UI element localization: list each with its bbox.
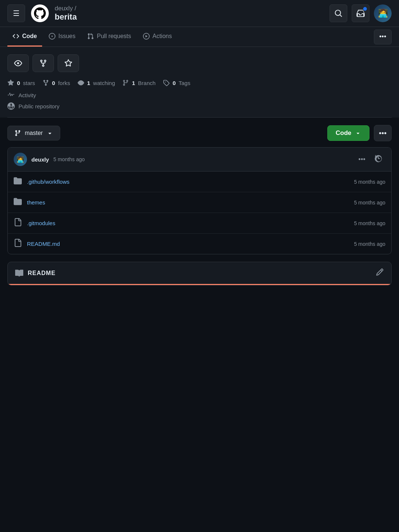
commit-avatar[interactable]: 🧑‍💻 (14, 153, 27, 166)
hamburger-button[interactable]: ☰ (7, 4, 25, 22)
file-icon-svg (14, 218, 22, 226)
branch-btn-icon (14, 130, 21, 136)
public-repo-meta: Public repository (7, 102, 392, 110)
fork-stat-icon (42, 79, 49, 86)
readme-edit-button[interactable] (376, 268, 384, 278)
branch-toolbar: master Code ••• (7, 125, 392, 141)
file-browser: master Code ••• 🧑‍💻 deuxly 5 months ago … (0, 118, 399, 262)
repo-name[interactable]: berita (55, 12, 324, 22)
stars-label: stars (23, 80, 35, 86)
play-icon (143, 33, 150, 40)
watch-button[interactable] (7, 54, 29, 72)
file-time-workflows: 5 months ago (354, 179, 385, 185)
branch-name: master (25, 130, 43, 136)
toolbar-more-button[interactable]: ••• (374, 125, 392, 141)
folder-icon-svg (14, 177, 22, 185)
avatar[interactable]: 🧑‍💻 (374, 4, 392, 22)
chevron-down-icon (47, 130, 53, 136)
branch-count: 1 (132, 80, 135, 86)
file-time-readme: 5 months ago (354, 241, 385, 247)
commit-author[interactable]: deuxly (31, 156, 49, 163)
repo-owner: deuxly / (55, 5, 324, 12)
commit-header: 🧑‍💻 deuxly 5 months ago ••• (8, 148, 391, 172)
stars-stat[interactable]: 0 stars (7, 79, 35, 86)
file-row[interactable]: .github/workflows 5 months ago (8, 172, 391, 192)
file-name-gitmodules: .gitmodules (27, 220, 354, 226)
activity-meta[interactable]: Activity (7, 91, 392, 99)
code-dropdown-icon (355, 130, 361, 136)
watching-label: watching (93, 80, 115, 86)
globe-icon (7, 102, 15, 110)
file-icon (14, 218, 22, 228)
public-repo-label: Public repository (18, 103, 59, 109)
folder-icon (14, 197, 22, 207)
stats-row: 0 stars 0 forks 1 watching 1 Branch (7, 79, 392, 91)
file-time-gitmodules: 5 months ago (354, 220, 385, 226)
repo-stats: 0 stars 0 forks 1 watching 1 Branch (0, 47, 399, 118)
tab-pullrequests-label: Pull requests (97, 33, 131, 40)
toolbar-more-icon: ••• (379, 129, 386, 138)
search-button[interactable] (330, 4, 347, 22)
inbox-icon (357, 9, 365, 17)
branch-stat[interactable]: 1 Branch (122, 79, 156, 86)
file-name-themes: themes (27, 199, 354, 206)
code-button[interactable]: Code (327, 125, 370, 141)
book-icon (15, 269, 23, 277)
top-nav: ☰ deuxly / berita 🧑‍💻 (0, 0, 399, 27)
activity-label: Activity (18, 92, 36, 98)
forks-count: 0 (52, 80, 55, 86)
branch-label: Branch (138, 80, 156, 86)
tab-issues[interactable]: Issues (44, 27, 81, 47)
search-icon (334, 9, 342, 17)
code-btn-label: Code (336, 129, 352, 137)
action-buttons (7, 54, 392, 72)
pull-request-icon (87, 33, 94, 40)
star-button[interactable] (58, 54, 79, 72)
fork-button[interactable] (33, 54, 54, 72)
commit-time: 5 months ago (54, 156, 85, 162)
tags-count: 0 (173, 80, 175, 86)
commit-message-button[interactable]: ••• (355, 154, 368, 165)
pencil-icon (376, 268, 384, 276)
tab-issues-label: Issues (58, 33, 75, 40)
readme-title: README (28, 270, 371, 277)
more-tabs-button[interactable]: ••• (374, 30, 392, 44)
file-row[interactable]: .gitmodules 5 months ago (8, 213, 391, 234)
branch-selector[interactable]: master (7, 126, 60, 140)
commit-history-button[interactable] (371, 153, 385, 166)
tags-stat[interactable]: 0 Tags (163, 79, 190, 86)
readme-section: README (7, 262, 392, 285)
file-row[interactable]: themes 5 months ago (8, 192, 391, 213)
branch-stat-icon (122, 79, 129, 86)
tab-code[interactable]: Code (7, 27, 42, 47)
file-row[interactable]: README.md 5 months ago (8, 234, 391, 254)
hamburger-icon: ☰ (13, 9, 20, 18)
watching-stat[interactable]: 1 watching (78, 79, 115, 86)
file-icon-svg (14, 239, 22, 247)
file-icon (14, 239, 22, 249)
tags-label: Tags (178, 80, 190, 86)
star-stat-icon (7, 79, 14, 86)
tab-pull-requests[interactable]: Pull requests (82, 27, 136, 47)
repo-tabs: Code Issues Pull requests Actions ••• (0, 27, 399, 47)
tab-actions-label: Actions (153, 33, 172, 40)
tag-icon (163, 79, 170, 86)
forks-stat[interactable]: 0 forks (42, 79, 70, 86)
more-icon: ••• (379, 33, 386, 41)
github-mark-icon (34, 7, 46, 19)
activity-icon (7, 91, 15, 99)
github-logo (31, 4, 49, 22)
notifications-button[interactable] (352, 4, 369, 22)
avatar-image: 🧑‍💻 (374, 4, 392, 22)
file-time-themes: 5 months ago (354, 200, 385, 206)
watch-icon (14, 59, 22, 67)
folder-icon (14, 177, 22, 187)
code-icon (13, 33, 19, 40)
star-icon (64, 59, 72, 67)
readme-header: README (8, 262, 391, 285)
history-icon (374, 155, 382, 163)
tab-actions[interactable]: Actions (138, 27, 177, 47)
folder-icon-svg (14, 197, 22, 206)
notification-dot (363, 7, 367, 11)
forks-label: forks (58, 80, 70, 86)
